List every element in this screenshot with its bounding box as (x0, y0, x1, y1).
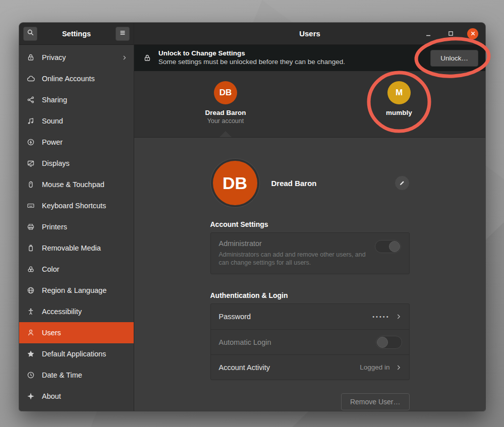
sidebar-item-online-accounts[interactable]: Online Accounts (19, 68, 134, 89)
sidebar-item-region-language[interactable]: Region & Language (19, 280, 134, 301)
sidebar-item-label: Date & Time (42, 371, 128, 379)
chevron-right-icon (121, 54, 128, 61)
section-heading-account-settings: Account Settings (210, 220, 410, 228)
account-activity-value: Logged in (360, 363, 389, 371)
unlock-button[interactable]: Unlock… (430, 50, 478, 67)
hamburger-menu-icon (119, 29, 126, 38)
sidebar-item-accessibility[interactable]: Accessibility (19, 301, 134, 322)
lock-icon (143, 54, 151, 62)
user-subtitle: Your account (207, 117, 244, 125)
pencil-icon (399, 179, 406, 187)
cloud-icon (27, 75, 35, 83)
user-chip-mumbly[interactable]: M mumbly (369, 81, 429, 116)
window-controls (423, 28, 478, 39)
close-button[interactable] (467, 28, 478, 39)
sidebar-item-label: Sound (42, 117, 128, 125)
sidebar-item-power[interactable]: Power (19, 132, 134, 153)
remove-user-button[interactable]: Remove User… (341, 393, 410, 410)
search-icon (27, 29, 34, 38)
sidebar-item-label: Mouse & Touchpad (42, 180, 128, 189)
user-name: Dread Baron (205, 109, 246, 116)
sidebar-list: Privacy Online Accounts Sharing Sound Po… (19, 45, 134, 411)
sidebar-item-removable-media[interactable]: Removable Media (19, 237, 134, 259)
minimize-icon (425, 31, 431, 37)
sidebar-item-label: Keyboard Shortcuts (42, 202, 128, 210)
color-icon (27, 265, 35, 273)
remove-user-row: Remove User… (210, 393, 410, 410)
accessibility-icon (27, 308, 35, 316)
sidebar-item-color[interactable]: Color (19, 259, 134, 280)
sparkle-icon (27, 392, 35, 400)
sidebar-item-label: Color (42, 265, 128, 273)
administrator-row: Administrator Administrators can add and… (210, 232, 410, 274)
toggle-knob (377, 337, 388, 348)
unlock-banner: Unlock to Change Settings Some settings … (134, 45, 485, 71)
user-icon (27, 329, 35, 337)
avatar: M (387, 81, 411, 104)
page-title: Users (141, 29, 423, 38)
sidebar-item-label: Power (42, 138, 128, 146)
password-row[interactable]: Password ••••• (211, 304, 409, 329)
sidebar-item-label: Region & Language (42, 286, 128, 294)
account-activity-label: Account Activity (219, 363, 360, 372)
avatar[interactable]: DB (213, 161, 257, 205)
selected-user-pointer (219, 131, 232, 137)
administrator-description: Administrators can add and remove other … (219, 251, 370, 267)
search-button[interactable] (23, 27, 37, 41)
printer-icon (27, 223, 35, 231)
sidebar-item-label: About (42, 392, 128, 400)
account-activity-row[interactable]: Account Activity Logged in (211, 354, 409, 380)
display-icon (27, 159, 35, 167)
sidebar-item-displays[interactable]: Displays (19, 153, 134, 174)
music-note-icon (27, 117, 35, 125)
toggle-knob (389, 241, 400, 252)
sidebar-item-sharing[interactable]: Sharing (19, 89, 134, 110)
sidebar-item-label: Accessibility (42, 308, 128, 316)
sidebar-item-label: Users (42, 329, 128, 337)
user-chip-dread-baron[interactable]: DB Dread Baron Your account (195, 81, 256, 125)
close-icon (470, 31, 476, 36)
star-icon (27, 350, 35, 358)
sidebar-item-privacy[interactable]: Privacy (19, 47, 134, 68)
profile-row: DB Dread Baron (210, 161, 410, 205)
automatic-login-toggle[interactable] (376, 336, 402, 349)
sidebar-item-mouse-touchpad[interactable]: Mouse & Touchpad (19, 174, 134, 195)
sidebar-item-default-applications[interactable]: Default Applications (19, 343, 134, 364)
minimize-button[interactable] (423, 28, 434, 39)
automatic-login-label: Automatic Login (219, 338, 376, 346)
maximize-button[interactable] (445, 28, 456, 39)
power-icon (27, 138, 35, 146)
authentication-card: Password ••••• Automatic Login Account A… (210, 303, 410, 380)
user-carousel: DB Dread Baron Your account M mumbly (134, 71, 485, 138)
edit-name-button[interactable] (395, 175, 410, 191)
password-label: Password (219, 313, 373, 321)
share-icon (27, 96, 35, 104)
sidebar-item-keyboard-shortcuts[interactable]: Keyboard Shortcuts (19, 195, 134, 216)
chevron-right-icon (395, 364, 402, 371)
section-heading-authentication: Authentication & Login (210, 291, 410, 299)
user-name: mumbly (386, 109, 412, 116)
sidebar-title: Settings (37, 30, 116, 38)
sidebar-item-date-time[interactable]: Date & Time (19, 364, 134, 386)
main-panel: Users Unlock to Change Settings Some set… (134, 23, 485, 411)
lock-icon (27, 53, 35, 62)
sidebar-item-about[interactable]: About (19, 386, 134, 407)
sidebar-item-label: Default Applications (42, 350, 128, 358)
menu-button[interactable] (116, 27, 130, 41)
sidebar-item-printers[interactable]: Printers (19, 216, 134, 237)
main-header: Users (134, 23, 485, 45)
maximize-icon (448, 31, 454, 36)
settings-window: Settings Privacy Online Accounts Sharing (19, 23, 485, 411)
banner-text: Unlock to Change Settings Some settings … (158, 49, 345, 67)
sidebar: Settings Privacy Online Accounts Sharing (19, 23, 134, 411)
administrator-toggle[interactable] (375, 240, 401, 253)
sidebar-item-sound[interactable]: Sound (19, 110, 134, 132)
sidebar-item-label: Privacy (42, 53, 121, 62)
sidebar-item-users[interactable]: Users (19, 322, 134, 343)
mouse-icon (27, 180, 35, 189)
profile-name: Dread Baron (271, 179, 395, 188)
user-detail-panel: DB Dread Baron Account Settings Administ… (134, 138, 485, 411)
banner-subtitle: Some settings must be unlocked before th… (158, 58, 345, 67)
sidebar-item-label: Printers (42, 223, 128, 231)
sidebar-item-label: Removable Media (42, 244, 128, 252)
